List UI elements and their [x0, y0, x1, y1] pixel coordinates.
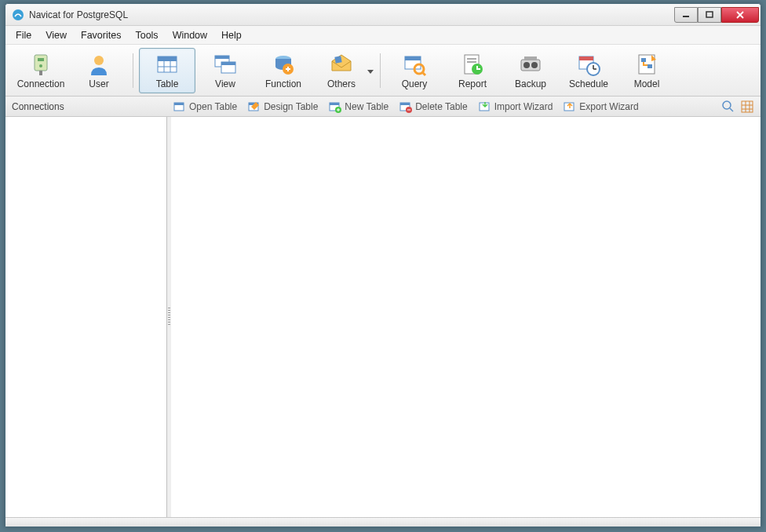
connections-tree[interactable]: [5, 117, 167, 517]
svg-point-30: [531, 62, 538, 68]
others-icon: [329, 52, 354, 77]
open-table-icon: [173, 100, 186, 113]
schedule-button[interactable]: Schedule: [560, 48, 617, 93]
design-table-icon: [248, 100, 261, 113]
app-icon: [12, 9, 24, 21]
open-table-label: Open Table: [189, 101, 237, 112]
workspace: [5, 117, 761, 517]
svg-rect-26: [467, 61, 476, 63]
svg-rect-6: [39, 71, 42, 75]
svg-rect-14: [215, 56, 229, 59]
menu-help[interactable]: Help: [214, 27, 249, 43]
svg-rect-16: [221, 62, 235, 65]
table-actions: Open Table Design Table New Table Delete…: [169, 100, 721, 113]
svg-rect-2: [706, 12, 713, 17]
svg-point-29: [523, 62, 530, 68]
svg-point-52: [723, 101, 731, 109]
export-wizard-icon: [564, 100, 576, 113]
new-table-label: New Table: [345, 101, 388, 112]
maximize-button[interactable]: [698, 7, 721, 23]
svg-rect-21: [405, 56, 421, 60]
others-dropdown-icon[interactable]: [367, 64, 375, 78]
design-table-label: Design Table: [264, 101, 318, 112]
table-button[interactable]: Table: [139, 48, 195, 93]
main-panel: [171, 117, 761, 517]
export-wizard-action[interactable]: Export Wizard: [564, 100, 638, 113]
view-icon: [213, 52, 238, 77]
others-label: Others: [327, 78, 356, 89]
svg-point-0: [13, 9, 24, 20]
new-table-action[interactable]: New Table: [329, 100, 388, 113]
svg-rect-1: [683, 16, 689, 17]
query-icon: [402, 52, 427, 77]
model-button[interactable]: Model: [618, 48, 675, 93]
user-button[interactable]: User: [71, 48, 127, 93]
menu-file[interactable]: File: [9, 27, 38, 43]
function-label: Function: [265, 78, 301, 89]
window-title: Navicat for PostgreSQL: [29, 9, 674, 20]
svg-rect-39: [647, 64, 652, 68]
schedule-icon: [576, 52, 601, 77]
statusbar: [5, 517, 761, 527]
user-label: User: [89, 78, 108, 89]
svg-rect-4: [38, 58, 44, 61]
report-button[interactable]: Report: [444, 48, 501, 93]
connections-panel-title: Connections: [12, 101, 169, 112]
window-buttons: [674, 7, 759, 23]
svg-rect-33: [579, 56, 593, 60]
app-window: Navicat for PostgreSQL File View Favorit…: [5, 3, 761, 527]
svg-rect-41: [174, 103, 184, 105]
report-label: Report: [458, 78, 487, 89]
import-wizard-icon: [479, 100, 491, 113]
svg-rect-54: [742, 101, 753, 112]
import-wizard-label: Import Wizard: [494, 101, 553, 112]
view-label: View: [215, 78, 235, 89]
model-icon: [634, 52, 659, 77]
open-table-action[interactable]: Open Table: [173, 100, 237, 113]
model-label: Model: [634, 78, 660, 89]
svg-rect-31: [524, 56, 537, 60]
connection-button[interactable]: Connection: [13, 48, 69, 93]
svg-rect-9: [158, 56, 177, 61]
query-button[interactable]: Query: [386, 48, 443, 93]
table-icon: [155, 52, 180, 77]
svg-line-53: [730, 108, 733, 111]
others-button[interactable]: Others: [313, 48, 370, 93]
query-label: Query: [402, 78, 428, 89]
new-table-icon: [329, 100, 341, 113]
delete-table-label: Delete Table: [415, 101, 468, 112]
menu-favorites[interactable]: Favorites: [74, 27, 128, 43]
sub-toolbar: Connections Open Table Design Table New …: [5, 97, 761, 117]
delete-table-action[interactable]: Delete Table: [399, 100, 468, 113]
backup-button[interactable]: Backup: [502, 48, 559, 93]
connection-icon: [28, 52, 53, 77]
splitter[interactable]: [167, 117, 171, 517]
backup-label: Backup: [515, 78, 546, 89]
view-button[interactable]: View: [197, 48, 254, 93]
minimize-button[interactable]: [674, 7, 698, 23]
grid-view-icon[interactable]: [740, 100, 754, 114]
schedule-label: Schedule: [569, 78, 608, 89]
report-icon: [460, 52, 485, 77]
function-button[interactable]: Function: [255, 48, 312, 93]
toolbar-separator: [380, 53, 381, 88]
svg-rect-25: [467, 58, 476, 60]
svg-rect-45: [330, 103, 339, 105]
close-button[interactable]: [721, 7, 759, 23]
svg-rect-38: [641, 58, 646, 62]
delete-table-icon: [399, 100, 412, 113]
backup-icon: [518, 52, 543, 77]
menubar: File View Favorites Tools Window Help: [5, 26, 761, 45]
svg-line-23: [422, 72, 425, 75]
toolbar-separator: [133, 53, 133, 88]
menu-tools[interactable]: Tools: [128, 27, 165, 43]
import-wizard-action[interactable]: Import Wizard: [479, 100, 553, 113]
subbar-right-icons: [721, 100, 754, 114]
menu-window[interactable]: Window: [166, 27, 214, 43]
connection-label: Connection: [17, 78, 65, 89]
design-table-action[interactable]: Design Table: [248, 100, 318, 113]
search-icon[interactable]: [721, 100, 735, 114]
menu-view[interactable]: View: [38, 27, 74, 43]
svg-rect-19: [334, 56, 341, 63]
function-icon: [271, 52, 296, 77]
